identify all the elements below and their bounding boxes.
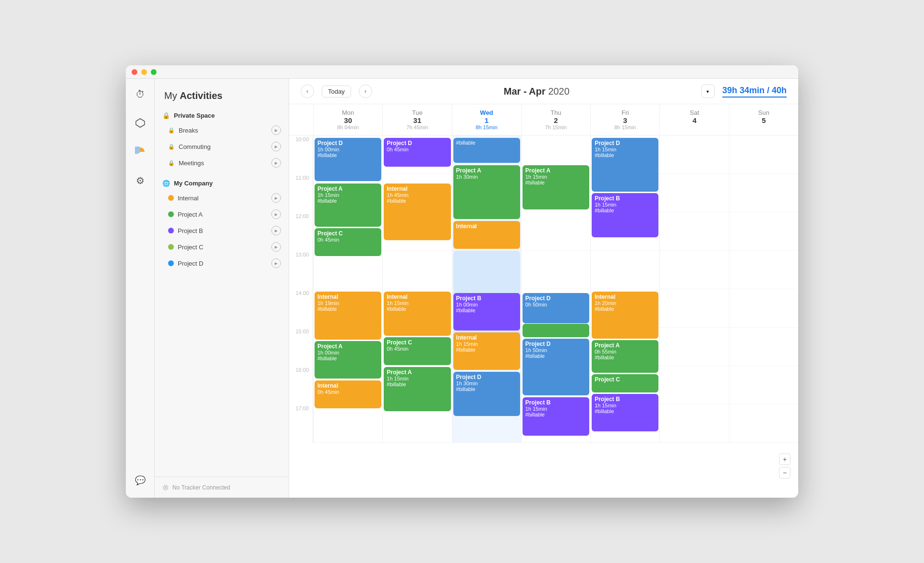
zoom-out-button[interactable]: − (779, 467, 790, 478)
no-tracker-icon: ⊗ (162, 483, 169, 492)
day-header-sat: Sat 4 (659, 104, 729, 135)
time-label-13: 13:00 (289, 251, 313, 289)
sidebar-footer: ⊗ No Tracker Connected (155, 477, 289, 498)
event-project-c-tue[interactable]: Project C 0h 45min (384, 337, 450, 365)
play-project-d-button[interactable]: ▶ (271, 258, 281, 268)
dot-project-a (168, 211, 174, 217)
play-internal-button[interactable]: ▶ (271, 193, 281, 203)
event-project-a-tue[interactable]: Project A 1h 15min #billable (384, 367, 450, 411)
dot-project-b (168, 228, 174, 233)
maximize-button[interactable] (151, 69, 157, 75)
play-breaks-button[interactable]: ▶ (271, 125, 281, 135)
day-header-tue: Tue 31 7h 45min (382, 104, 451, 135)
play-project-a-button[interactable]: ▶ (271, 209, 281, 219)
date-range: Mar - Apr 2020 (380, 86, 693, 97)
prev-week-button[interactable]: ‹ (301, 85, 314, 98)
event-project-c-fri[interactable]: Project C (592, 374, 658, 392)
event-internal-tue-1[interactable]: Internal 1h 45min #billable (384, 184, 450, 240)
day-header-thu: Thu 2 7h 15min (521, 104, 590, 135)
event-project-d-mon[interactable]: Project D 1h 00min #billable (315, 138, 381, 181)
minimize-button[interactable] (141, 69, 147, 75)
day-header-fri: Fri 3 8h 15min (590, 104, 659, 135)
event-project-c-mon[interactable]: Project C 0h 45min (315, 228, 381, 256)
play-project-b-button[interactable]: ▶ (271, 226, 281, 235)
sidebar-item-project-c[interactable]: Project C ▶ (155, 239, 289, 255)
time-label-10: 10:00 (289, 135, 313, 174)
time-label-15: 15:00 (289, 328, 313, 366)
event-project-d-tue[interactable]: Project D 0h 45min (384, 138, 450, 167)
sidebar-item-internal[interactable]: Internal ▶ (155, 190, 289, 206)
globe-icon: 🌐 (162, 180, 170, 187)
day-col-wed: #billable Project A 1h 30min Internal Pr… (452, 135, 521, 443)
event-internal-fri[interactable]: Internal 1h 20min #billable (592, 292, 658, 339)
event-project-a-mon-2[interactable]: Project A 1h 00min #billable (315, 341, 381, 379)
event-internal-mon-1[interactable]: Internal 1h 19min #billable (315, 292, 381, 340)
lock-icon-commuting: 🔒 (168, 144, 175, 150)
close-button[interactable] (132, 69, 137, 75)
main-calendar: ‹ Today › Mar - Apr 2020 ▾ 39h 34min / 4… (289, 65, 798, 498)
sidebar-item-project-a[interactable]: Project A ▶ (155, 206, 289, 222)
event-project-d-thu-2[interactable]: Project D 1h 50min #billable (523, 339, 589, 395)
settings-icon[interactable]: ⚙ (131, 171, 150, 190)
chart-icon[interactable] (131, 142, 150, 161)
event-project-a-thu[interactable]: Project A 1h 15min #billable (523, 165, 589, 209)
play-project-c-button[interactable]: ▶ (271, 242, 281, 252)
event-project-b-wed[interactable]: Project B 1h 00min #billable (453, 293, 520, 330)
timer-icon[interactable]: ⏱ (131, 85, 150, 104)
day-col-mon: Project D 1h 00min #billable Project A 1… (313, 135, 382, 443)
event-project-b-fri-1[interactable]: Project B 1h 15min #billable (592, 193, 658, 237)
sidebar-item-project-d[interactable]: Project D ▶ (155, 255, 289, 271)
sidebar: My Activities 🔒 Private Space 🔒 Breaks ▶… (155, 65, 289, 498)
event-internal-tue-2[interactable]: Internal 1h 15min #billable (384, 292, 450, 336)
hours-display: 39h 34min / 40h (722, 86, 787, 98)
event-project-d-thu-1[interactable]: Project D 0h 50min (523, 293, 589, 323)
dot-project-d (168, 260, 174, 266)
day-header-sun: Sun 5 (729, 104, 798, 135)
day-col-fri: Project D 1h 15min #billable Project B 1… (590, 135, 659, 443)
event-project-d-wed[interactable]: Project D 1h 30min #billable (453, 372, 520, 416)
shape-icon[interactable] (131, 113, 150, 133)
app-window: ⏱ ⚙ 💬 My Activities 🔒 Private Space (126, 65, 798, 498)
day-col-sun (729, 135, 798, 443)
event-internal-mon-2[interactable]: Internal 0h 45min (315, 380, 381, 408)
time-label-16: 16:00 (289, 366, 313, 404)
play-commuting-button[interactable]: ▶ (271, 142, 281, 151)
day-header-mon: Mon 30 8h 04min (313, 104, 382, 135)
date-dropdown-button[interactable]: ▾ (701, 85, 715, 98)
sidebar-item-meetings[interactable]: 🔒 Meetings ▶ (155, 155, 289, 171)
event-internal-wed[interactable]: Internal (453, 221, 520, 249)
event-project-b-fri-2[interactable]: Project B 1h 15min #billable (592, 394, 658, 431)
calendar-body: 10:00 11:00 12:00 13:00 14:00 15:00 16:0… (289, 135, 798, 443)
help-icon[interactable]: 💬 (131, 471, 150, 490)
event-project-a-fri[interactable]: Project A 0h 55min #billable (592, 340, 658, 373)
event-project-a-wed[interactable]: Project A 1h 30min (453, 165, 520, 219)
play-meetings-button[interactable]: ▶ (271, 158, 281, 168)
sidebar-item-commuting[interactable]: 🔒 Commuting ▶ (155, 138, 289, 155)
event-project-d-fri[interactable]: Project D 1h 15min #billable (592, 138, 658, 192)
lock-icon-breaks: 🔒 (168, 127, 175, 134)
event-internal-wed-2[interactable]: Internal 1h 15min #billable (453, 332, 520, 370)
event-project-b-thu[interactable]: Project B 1h 15min #billable (523, 397, 589, 436)
title-bar (126, 65, 798, 79)
company-section-header: 🌐 My Company (155, 177, 289, 190)
calendar-grid: Mon 30 8h 04min Tue 31 7h 45min Wed 1 8h… (289, 104, 798, 498)
svg-marker-0 (136, 119, 145, 127)
day-col-thu: Project A 1h 15min #billable Project D 0… (521, 135, 590, 443)
time-label-14: 14:00 (289, 289, 313, 328)
dot-project-c (168, 244, 174, 250)
event-billable-wed[interactable]: #billable (453, 138, 520, 163)
time-label-17: 17:00 (289, 404, 313, 443)
sidebar-title: My Activities (155, 86, 289, 109)
time-label-11: 11:00 (289, 174, 313, 212)
zoom-in-button[interactable]: + (779, 453, 790, 465)
day-col-tue: Project D 0h 45min Internal 1h 45min #bi… (382, 135, 451, 443)
today-button[interactable]: Today (322, 86, 351, 98)
event-project-a-thu-2[interactable] (523, 324, 589, 337)
icon-bar: ⏱ ⚙ 💬 (126, 65, 155, 498)
sidebar-item-breaks[interactable]: 🔒 Breaks ▶ (155, 122, 289, 138)
next-week-button[interactable]: › (359, 85, 372, 98)
private-space-header: 🔒 Private Space (155, 109, 289, 122)
calendar-header: ‹ Today › Mar - Apr 2020 ▾ 39h 34min / 4… (289, 79, 798, 104)
event-project-a-mon-1[interactable]: Project A 1h 15min #billable (315, 184, 381, 227)
sidebar-item-project-b[interactable]: Project B ▶ (155, 222, 289, 239)
